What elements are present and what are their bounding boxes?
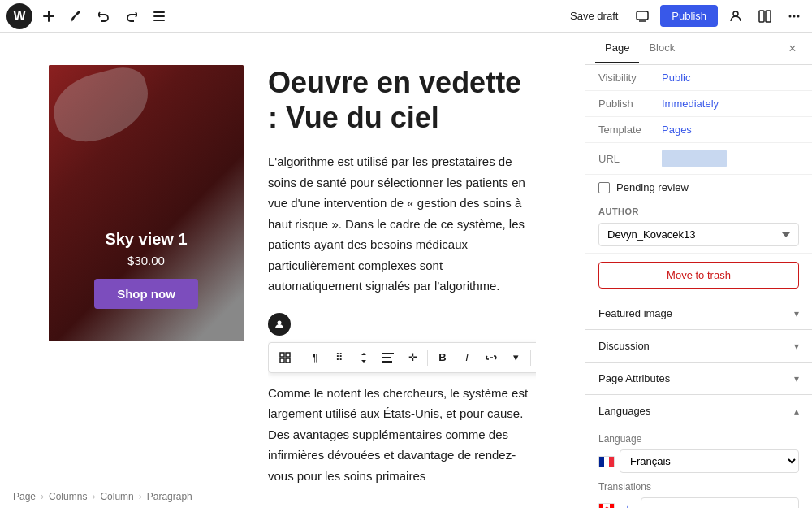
url-row: URL [585, 143, 812, 175]
save-draft-button[interactable]: Save draft [564, 7, 624, 25]
move-to-trash-button[interactable]: Move to trash [598, 262, 799, 289]
languages-label: Languages [598, 405, 650, 417]
paragraph-button[interactable]: ¶ [304, 346, 326, 369]
language-label: Language [598, 433, 799, 445]
visibility-value[interactable]: Public [662, 72, 690, 84]
pending-review-row: Pending review [585, 175, 812, 200]
translations-label: Translations [598, 481, 799, 493]
block-options-button[interactable]: ⋮ [534, 346, 536, 369]
sidebar: Page Block × Visibility Public Publish I… [585, 33, 812, 508]
languages-body: Language Français Translations [585, 427, 812, 508]
breadcrumb-page[interactable]: Page [13, 491, 36, 502]
toolbar-divider-2 [427, 350, 428, 366]
move-up-down-button[interactable] [352, 346, 375, 369]
tab-block[interactable]: Block [639, 33, 685, 63]
transform-button[interactable]: ✛ [401, 346, 424, 369]
publish-label: Publish [598, 98, 655, 110]
tab-page[interactable]: Page [595, 33, 639, 63]
svg-rect-6 [766, 11, 771, 22]
translation-add-ca-button[interactable]: + [620, 501, 636, 509]
languages-section: Languages ▴ Language Français [585, 394, 812, 508]
discussion-chevron: ▾ [794, 341, 799, 352]
card-overlay: Sky view 1 $30.00 Shop now [49, 230, 244, 309]
paragraph-1[interactable]: L'algorithme est utilisé par les prestat… [268, 151, 536, 297]
page-title[interactable]: Oeuvre en vedette : Vue du ciel [268, 65, 536, 135]
more-options-dropdown-button[interactable]: ▾ [504, 346, 527, 369]
card-price: $30.00 [49, 254, 244, 267]
paragraph-2[interactable]: Comme le notent les chercheurs, le systè… [268, 383, 536, 487]
wp-logo[interactable]: W [6, 3, 32, 29]
breadcrumb-paragraph[interactable]: Paragraph [147, 491, 192, 502]
svg-rect-1 [153, 15, 165, 17]
user-indicator [268, 313, 291, 336]
drag-handle-button[interactable]: ⠿ [328, 346, 351, 369]
toolbar-divider-3 [530, 350, 531, 366]
url-label: URL [598, 153, 655, 165]
breadcrumb: Page › Columns › Column › Paragraph [0, 484, 585, 508]
link-button[interactable] [480, 346, 503, 369]
svg-rect-15 [382, 353, 394, 354]
svg-rect-14 [286, 358, 290, 363]
user-avatar-button[interactable] [724, 5, 747, 28]
url-value[interactable] [662, 150, 727, 167]
page-attributes-section: Page Attributes ▾ [585, 362, 812, 394]
align-button[interactable] [377, 346, 400, 369]
page-attributes-header[interactable]: Page Attributes ▾ [585, 363, 812, 394]
svg-point-4 [733, 11, 738, 16]
block-toolbar: ¶ ⠿ ✛ B I ▾ ⋮ [268, 342, 536, 373]
featured-image-section: Featured image ▾ [585, 297, 812, 329]
more-tools-button[interactable] [783, 5, 806, 28]
top-toolbar: W Save draft Publish [0, 0, 812, 33]
svg-point-7 [789, 15, 792, 17]
publish-button[interactable]: Publish [660, 5, 718, 27]
svg-rect-16 [382, 357, 391, 358]
featured-image-label: Featured image [598, 307, 672, 319]
breadcrumb-columns[interactable]: Columns [49, 491, 87, 502]
editor-view-button[interactable] [754, 5, 776, 28]
featured-card: Sky view 1 $30.00 Shop now [49, 65, 244, 341]
featured-image-header[interactable]: Featured image ▾ [585, 297, 812, 329]
page-attributes-chevron: ▾ [794, 373, 799, 384]
publish-row: Publish Immediately [585, 91, 812, 117]
bold-button[interactable]: B [431, 346, 454, 369]
page-attributes-label: Page Attributes [598, 372, 670, 384]
svg-rect-5 [759, 11, 764, 22]
publish-value[interactable]: Immediately [662, 98, 719, 110]
template-value[interactable]: Pages [662, 124, 692, 136]
toolbar-right: Save draft Publish [564, 5, 806, 28]
svg-rect-2 [153, 20, 165, 21]
visibility-label: Visibility [598, 72, 655, 84]
sidebar-close-button[interactable]: × [783, 39, 802, 59]
add-block-button[interactable] [37, 5, 60, 28]
editor-content: Sky view 1 $30.00 Shop now Oeuvre en ved… [49, 65, 536, 502]
discussion-section: Discussion ▾ [585, 329, 812, 362]
redo-button[interactable] [120, 5, 143, 28]
undo-button[interactable] [93, 5, 115, 28]
featured-image-chevron: ▾ [794, 308, 799, 319]
template-row: Template Pages [585, 117, 812, 143]
preview-button[interactable] [631, 5, 654, 28]
brush-tool-button[interactable] [65, 5, 88, 28]
author-select[interactable]: Devyn_Kovacek13 [598, 223, 799, 246]
italic-button[interactable]: I [456, 346, 478, 369]
svg-point-10 [278, 320, 282, 324]
toolbar-divider-1 [300, 350, 300, 366]
languages-chevron: ▴ [794, 406, 799, 417]
discussion-header[interactable]: Discussion ▾ [585, 330, 812, 362]
languages-header[interactable]: Languages ▴ [585, 395, 812, 427]
block-type-button[interactable] [274, 346, 296, 369]
list-view-button[interactable] [148, 5, 171, 28]
french-flag-icon [598, 456, 615, 467]
language-select[interactable]: Français [620, 449, 799, 473]
sidebar-body: Visibility Public Publish Immediately Te… [585, 65, 812, 508]
visibility-row: Visibility Public [585, 65, 812, 91]
svg-rect-13 [280, 358, 284, 363]
shop-now-button[interactable]: Shop now [94, 279, 198, 309]
svg-rect-3 [637, 11, 648, 20]
translation-input-ca[interactable] [641, 497, 799, 508]
editor-area: Sky view 1 $30.00 Shop now Oeuvre en ved… [0, 33, 585, 508]
pending-review-checkbox[interactable] [598, 182, 610, 193]
canada-flag-icon: ✦ [598, 503, 615, 509]
author-section: AUTHOR Devyn_Kovacek13 [585, 200, 812, 254]
breadcrumb-column[interactable]: Column [100, 491, 133, 502]
